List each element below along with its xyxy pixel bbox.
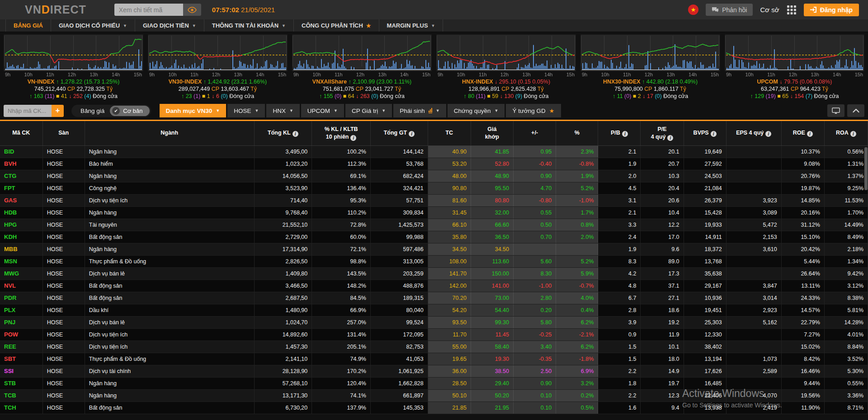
cell-symbol: MWG: [0, 267, 42, 280]
fullscreen-button[interactable]: [827, 104, 844, 117]
collapse-charts-button[interactable]: [847, 104, 864, 117]
cell-bvps: 25,303: [684, 316, 726, 328]
menu-item-th-ng-tin-t-i-kho-n[interactable]: THÔNG TIN TÀI KHOẢN▼: [204, 19, 294, 32]
tab-ch-ng-quy-n[interactable]: Chứng quyền▼: [448, 104, 505, 117]
tab-hnx[interactable]: HNX▼: [266, 104, 299, 117]
table-row-REE[interactable]: REEHOSEDịch vụ tiện ích1,457,30205.1%82,…: [0, 341, 868, 353]
table-row-MWG[interactable]: MWGHOSEDịch vụ bán lẻ1,409,80143.5%203,2…: [0, 267, 868, 280]
cell-symbol: REE: [0, 341, 42, 353]
cell-eps: 2,153: [726, 231, 781, 243]
table-row-STB[interactable]: STBHOSENgân hàng57,268,10120.4%1,662,828…: [0, 377, 868, 389]
market-selector[interactable]: Cơ sở: [760, 6, 779, 14]
info-icon[interactable]: i: [667, 135, 673, 141]
feedback-button[interactable]: Phản hồi: [706, 4, 753, 16]
menu-item-giao-d-ch-c-phi-u[interactable]: GIAO DỊCH CỔ PHIẾU▼: [51, 19, 135, 32]
table-row-PDR[interactable]: PDRHOSEBất động sản2,687,5084.5%189,3157…: [0, 292, 868, 304]
info-icon[interactable]: i: [292, 131, 298, 137]
watch-eye-button[interactable]: [183, 4, 201, 16]
cell-roa: 8.38%: [824, 292, 868, 304]
apps-grid-icon[interactable]: [787, 5, 797, 15]
unchanged-count: 2: [638, 93, 642, 99]
column-header-m-ck[interactable]: Mã CK: [0, 121, 42, 145]
info-icon[interactable]: i: [409, 131, 415, 137]
table-row-HPG[interactable]: HPGHOSETài nguyên21,552,1072.8%1,425,573…: [0, 219, 868, 231]
column-header-ng-nh[interactable]: Ngành: [85, 121, 254, 145]
column-header-%-kl-/-kltb[interactable]: % KL / KLTB10 phiêni: [312, 121, 371, 145]
cell-sector: Dịch vụ bán lẻ: [85, 267, 254, 280]
tab-danh-m-c-vn30[interactable]: Danh mục VN30▼: [160, 104, 226, 117]
column-header-eps-4-qu-[interactable]: EPS 4 quýi: [726, 121, 781, 145]
cell-total-volume: 1,457,30: [254, 341, 312, 353]
table-row-PNJ[interactable]: PNJHOSEDịch vụ bán lẻ1,024,70257.0%99,52…: [0, 316, 868, 328]
table-row-POW[interactable]: POWHOSEDịch vụ tiện ích14,892,60131.4%17…: [0, 328, 868, 341]
cell-symbol: HDB: [0, 206, 42, 219]
tab--t-ng-gd[interactable]: Ý tưởng GD★: [506, 104, 561, 117]
table-row-BVH[interactable]: BVHHOSEBảo hiểm1,023,20112.3%53,76853.20…: [0, 158, 868, 170]
board-mode-control: Bảng giá ✔ Cơ bản: [71, 105, 151, 117]
info-icon[interactable]: i: [622, 131, 628, 137]
column-header-+/-[interactable]: +/-: [514, 121, 556, 145]
info-icon[interactable]: i: [765, 131, 771, 137]
index-chart-hnx-index[interactable]: [436, 34, 576, 71]
column-header-t-ng-kl[interactable]: Tổng KLi: [254, 121, 312, 145]
column-header-p/b[interactable]: P/Bi: [598, 121, 641, 145]
menu-item-c-ng-c-ph-n-t-ch[interactable]: CÔNG CỤ PHÂN TÍCH★: [294, 19, 379, 32]
table-row-MBB[interactable]: MBBHOSENgân hàng17,314,9072.1%597,48634.…: [0, 243, 868, 255]
info-icon[interactable]: i: [350, 135, 356, 141]
column-header-s-n[interactable]: Sàn: [42, 121, 85, 145]
cell-roa: 8.84%: [824, 341, 868, 353]
menu-item-margin-plus[interactable]: MARGIN PLUS▼: [379, 19, 443, 32]
table-row-FPT[interactable]: FPTHOSECông nghệ3,523,90136.4%324,42190.…: [0, 182, 868, 194]
info-icon[interactable]: i: [711, 131, 717, 137]
cell-matched-price: 99.30: [471, 316, 513, 328]
index-value: 442.80 (2.18 0.49%): [646, 79, 698, 85]
basic-view-toggle[interactable]: ✔ Cơ bản: [110, 106, 149, 116]
column-header-p/e[interactable]: P/E4 quýi: [641, 121, 684, 145]
index-chart-vnxallshare[interactable]: [292, 34, 432, 71]
tab-hose[interactable]: HOSE▼: [227, 104, 265, 117]
tab-upcom[interactable]: UPCOM▼: [301, 104, 344, 117]
column-header-tc[interactable]: TC: [428, 121, 471, 145]
info-icon[interactable]: i: [850, 131, 856, 137]
table-row-NVL[interactable]: NVLHOSEBất động sản3,466,50148.2%488,876…: [0, 280, 868, 292]
info-icon[interactable]: i: [807, 131, 813, 137]
cell-symbol: TCH: [0, 401, 42, 414]
login-button[interactable]: Đăng nhập: [804, 4, 859, 16]
column-header-t-ng-gt[interactable]: Tổng GTi: [370, 121, 428, 145]
index-chart-vn-index[interactable]: [4, 34, 143, 71]
cell-pb: 1.5: [598, 341, 641, 353]
add-symbol-button[interactable]: +: [52, 105, 64, 117]
column-header-%[interactable]: %: [556, 121, 598, 145]
bar-chart-icon: [429, 108, 432, 113]
menu-item-giao-d-ch-ti-n[interactable]: GIAO DỊCH TIỀN▼: [135, 19, 204, 32]
unchanged-count: 59: [492, 93, 500, 99]
column-header-roa[interactable]: ROAi: [824, 121, 868, 145]
table-row-SSI[interactable]: SSIHOSEDịch vụ tài chính28,128,90170.2%1…: [0, 365, 868, 377]
scrollbar-thumb[interactable]: [864, 147, 868, 190]
symbol-search-input[interactable]: [114, 4, 183, 16]
cell-eps: [726, 170, 781, 182]
ty-label: Tỷ: [538, 86, 544, 92]
table-row-SBT[interactable]: SBTHOSEThực phẩm & Đồ uống2,141,1074.9%4…: [0, 353, 868, 365]
cell-roa: 8.49%: [824, 231, 868, 243]
table-row-TCB[interactable]: TCBHOSENgân hàng13,171,3074.1%661,89750.…: [0, 389, 868, 401]
column-header-gi-[interactable]: Giákhớp: [471, 121, 513, 145]
table-row-BID[interactable]: BIDHOSENgân hàng3,495,00100.2%144,14240.…: [0, 145, 868, 158]
index-name: VN-INDEX: [28, 79, 56, 85]
tab-cp-gi-tr-[interactable]: CP Giá trị▼: [345, 104, 392, 117]
table-row-TCH[interactable]: TCHHOSEBất động sản6,730,20137.9%145,353…: [0, 401, 868, 414]
column-header-roe[interactable]: ROEi: [781, 121, 824, 145]
table-row-GAS[interactable]: GASHOSEDịch vụ tiện ích714,4095.3%57,751…: [0, 194, 868, 206]
table-row-KDH[interactable]: KDHHOSEBất động sản2,729,0060.0%99,98835…: [0, 231, 868, 243]
table-row-HDB[interactable]: HDBHOSENgân hàng9,768,40110.2%309,83431.…: [0, 206, 868, 219]
table-row-MSN[interactable]: MSNHOSEThực phẩm & Đồ uống2,826,5098.8%3…: [0, 255, 868, 267]
add-symbol-input[interactable]: [4, 105, 52, 117]
menu-item-b-ng-gi-[interactable]: BẢNG GIÁ: [5, 19, 51, 32]
table-row-CTG[interactable]: CTGHOSENgân hàng14,056,5069.1%682,42448.…: [0, 170, 868, 182]
table-row-PLX[interactable]: PLXHOSEDầu khí1,480,9066.9%80,04054.2054…: [0, 304, 868, 316]
index-chart-vn30-index[interactable]: [148, 34, 288, 71]
tab-ph-i-sinh[interactable]: Phái sinh▼: [393, 104, 446, 117]
index-chart-hnx30-index[interactable]: [580, 34, 720, 71]
column-header-bvps[interactable]: BVPSi: [684, 121, 726, 145]
index-chart-upcom[interactable]: [725, 34, 864, 71]
